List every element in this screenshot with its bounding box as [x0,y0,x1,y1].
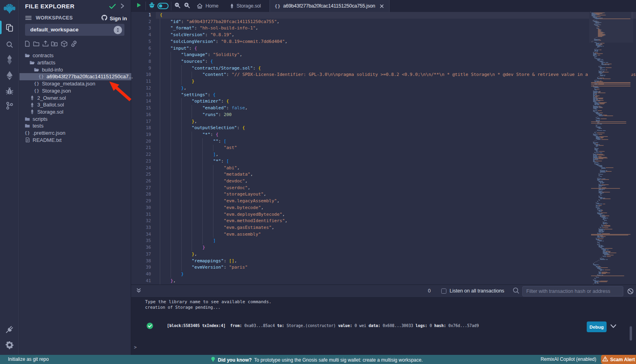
sidebar-item-file-explorer[interactable] [0,21,19,35]
tree-item-Storage_metadata.json[interactable]: {}Storage_metadata.json [19,80,131,87]
expand-transaction-icon[interactable] [610,323,617,331]
indent-guides [160,151,213,158]
line-number: 40 [131,271,151,278]
zoom-out-button[interactable] [173,1,182,11]
workspace-select[interactable]: default_workspace [25,24,124,36]
code-line-20: "": [ [160,138,226,145]
link-button[interactable] [69,40,79,49]
code-line-2: "id": "a69b43f277ba20fcac141151250ca755"… [160,19,279,25]
tree-item-contracts[interactable]: contracts [19,52,131,59]
tab-Home[interactable]: Home [192,0,223,12]
debug-button[interactable]: Debug [587,321,607,332]
code-token: , [250,172,253,177]
sidebar-item-search[interactable] [0,37,19,52]
indent-guides [160,178,224,185]
separator [145,2,146,10]
code-token: , [264,192,266,197]
code-token: "evm.methodIdentifiers" [224,218,285,223]
sign-in-button[interactable]: Sign in [101,14,127,23]
sidebar-item-git[interactable] [0,99,19,113]
indent-guides [160,105,202,112]
code-line-17: }, [160,118,197,125]
clear-console-icon[interactable] [626,287,634,295]
new-folder-button[interactable] [31,40,41,49]
chevron-right-icon[interactable] [120,3,125,11]
transaction-filter-input[interactable] [522,286,623,296]
code-token: "solcVersion" [171,32,205,37]
indent-guides [160,39,171,45]
new-folder-icon [33,40,40,49]
minimap-slider[interactable] [589,12,633,43]
line-number: 25 [131,171,151,178]
tab-a69b43f277ba20fcac141151250ca755.json[interactable]: {}a69b43f277ba20fcac141151250ca755.json [270,0,390,12]
new-file-icon [23,40,31,49]
tree-item-build-info[interactable]: build-info [19,66,131,73]
minimap[interactable] [589,12,631,285]
sidebar-item-debugger[interactable] [0,84,19,99]
collapse-terminal-icon[interactable] [134,287,143,296]
code-token: , [277,19,279,24]
sidebar-item-solidity-compiler[interactable] [0,52,19,67]
upload-file-button[interactable] [41,40,50,49]
upload-folder-button[interactable] [50,40,59,49]
terminal-scrollbar[interactable] [630,326,632,341]
file-explorer-panel: FILE EXPLORER WORKSPACES Sign in default… [19,0,131,355]
file-file-icon [25,137,30,143]
code-token: "input" [171,46,189,51]
code-token: 200 [224,112,232,117]
ai-copilot-robot-icon[interactable] [147,1,157,11]
tree-item-2_Owner.sol[interactable]: 2_Owner.sol [19,94,131,101]
indent-guides [160,112,202,118]
code-token: : [205,59,210,64]
ai-copilot-toggle[interactable] [157,3,169,9]
copilot-status-label[interactable]: RemixAI Copilot (enabled) [541,356,596,362]
code-line-11: } [160,78,194,85]
sidebar-item-plugin-manager[interactable] [0,322,19,336]
line-number: 2 [131,19,151,25]
new-file-button[interactable] [22,40,32,49]
indent-guides [160,72,202,78]
remix-logo[interactable] [0,2,19,16]
code-line-38: "remappings": [], [160,258,237,265]
line-number: 20 [131,138,151,145]
git-init-label[interactable]: Initialize as git repo [8,356,49,362]
hamburger-menu-icon[interactable] [25,15,32,23]
listen-all-transactions-checkbox[interactable] [441,288,446,294]
code-token: : [224,258,229,263]
code-token: , [245,105,248,110]
transaction-log-row[interactable]: [block:5583405 txIndex:4] from: 0xa03...… [131,320,636,332]
code-token: "// SPDX-License-Identifier: GPL-3.0\n\n… [232,72,636,77]
terminal-log-line: Type the library name to see available c… [145,299,271,304]
zoom-in-button[interactable] [182,1,192,11]
tx-field-value: 0x608...30033 [383,323,413,328]
indent-guides [160,165,224,172]
workspace-select-toggle[interactable] [114,26,122,34]
tree-item-Storage.sol[interactable]: Storage.sol [19,108,131,116]
tree-item-Storage.json[interactable]: {}Storage.json [19,87,131,95]
indent-guides [160,145,224,151]
tree-item-3_Ballot.sol[interactable]: 3_Ballot.sol [19,101,131,108]
tree-item-a69b43f277ba20fcac141151250ca7...[interactable]: {}a69b43f277ba20fcac141151250ca7... [19,73,131,80]
code-line-35: ] [160,238,216,244]
libraries-button[interactable] [59,40,69,49]
tab-Storage.sol[interactable]: Storage.sol [225,0,266,12]
code-editor[interactable]: 1234567891011121314151617181920212223242… [131,12,636,285]
run-script-button[interactable] [134,1,144,11]
tree-item-artifacts[interactable]: artifacts [19,59,131,66]
tree-item-README.txt[interactable]: README.txt [19,136,131,143]
sidebar-item-settings[interactable] [0,338,19,352]
code-token: "storageLayout" [224,192,264,197]
line-number: 22 [131,151,151,158]
code-token: : [181,19,186,24]
line-number: 8 [131,58,151,65]
tree-item-label: a69b43f277ba20fcac141151250ca7... [47,74,133,79]
ethereum-icon [5,70,14,81]
close-tab-icon[interactable] [379,4,384,9]
code-token: , [173,278,176,283]
code-token: "content" [202,72,226,77]
scam-alert-badge[interactable]: Scam Alert [601,355,636,364]
tree-item-.prettierrc.json[interactable]: {}.prettierrc.json [19,130,131,137]
tree-item-tests[interactable]: tests [19,122,131,130]
tree-item-scripts[interactable]: scripts [19,115,131,122]
sidebar-item-deploy-and-run[interactable] [0,68,19,83]
